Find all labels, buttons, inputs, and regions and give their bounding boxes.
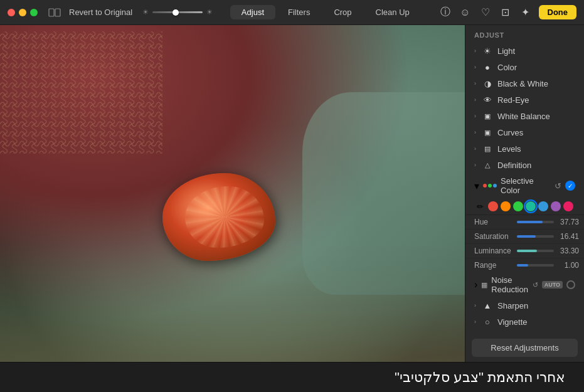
photo-background bbox=[0, 25, 465, 362]
swatch-pink[interactable] bbox=[563, 201, 573, 211]
info-icon[interactable]: ⓘ bbox=[438, 6, 452, 19]
noise-toggle[interactable] bbox=[566, 280, 575, 289]
brightness-slider[interactable]: ☀ ☀ bbox=[142, 8, 213, 16]
magic-icon[interactable]: ✦ bbox=[519, 6, 533, 19]
levels-icon: ▤ bbox=[482, 144, 492, 154]
svg-rect-2 bbox=[0, 31, 162, 154]
minimize-button[interactable] bbox=[19, 9, 26, 16]
maximize-button[interactable] bbox=[30, 9, 38, 16]
adjust-item-sharpen[interactable]: › ▲ Sharpen bbox=[465, 297, 584, 314]
window-icons bbox=[48, 7, 61, 18]
luminance-slider[interactable] bbox=[517, 246, 554, 256]
definition-icon: △ bbox=[482, 160, 492, 170]
sharpen-icon: ▲ bbox=[482, 300, 492, 310]
adjust-item-redeye[interactable]: › 👁 Red-Eye bbox=[465, 92, 584, 108]
swatch-orange[interactable] bbox=[501, 201, 511, 211]
view-toggle-icon[interactable] bbox=[48, 7, 61, 18]
chevron-down-icon: ▾ bbox=[474, 180, 479, 192]
swatch-teal[interactable] bbox=[526, 201, 536, 211]
selective-color-header[interactable]: ▾ Selective Color ↺ ✓ bbox=[465, 173, 584, 198]
main-content: ADJUST › ☀ Light › ● Color › ◑ Black & W… bbox=[0, 25, 584, 362]
panel-header: ADJUST bbox=[465, 25, 584, 43]
adjust-item-wb[interactable]: › ▣ White Balance bbox=[465, 108, 584, 124]
adjust-item-definition[interactable]: › △ Definition bbox=[465, 157, 584, 173]
adjust-item-bw[interactable]: › ◑ Black & White bbox=[465, 75, 584, 92]
chevron-right-icon: › bbox=[474, 97, 476, 103]
sc-header-left: ▾ Selective Color bbox=[474, 176, 551, 195]
caption-bar: אחרי התאמת "צבע סלקטיבי" bbox=[0, 362, 584, 392]
tab-adjust[interactable]: Adjust bbox=[230, 5, 275, 19]
caption-text: אחרי התאמת "צבע סלקטיבי" bbox=[395, 369, 565, 386]
hue-slider-row: Hue 37.73 bbox=[465, 215, 584, 230]
color-tools-row: ✏ bbox=[465, 198, 584, 215]
sc-dots-icon bbox=[483, 184, 497, 188]
sc-revert-icon-noise: ↺ bbox=[533, 281, 538, 289]
close-button[interactable] bbox=[8, 9, 15, 16]
sliders-section: Hue 37.73 Saturation bbox=[465, 215, 584, 272]
selective-color-section: ▾ Selective Color ↺ ✓ ✏ bbox=[465, 173, 584, 272]
titlebar: Revert to Original ☀ ☀ Adjust Filters Cr… bbox=[0, 0, 584, 25]
adjust-item-vignette[interactable]: › ○ Vignette bbox=[465, 314, 584, 330]
range-slider[interactable] bbox=[517, 260, 554, 270]
sc-revert-icon[interactable]: ↺ bbox=[555, 181, 561, 191]
saturation-slider-row: Saturation 16.41 bbox=[465, 230, 584, 244]
chevron-right-icon: › bbox=[474, 319, 476, 325]
color-picker-tool-icon[interactable]: ✏ bbox=[474, 201, 486, 212]
swatch-blue[interactable] bbox=[538, 201, 548, 211]
svg-rect-0 bbox=[49, 9, 54, 16]
adjust-item-light[interactable]: › ☀ Light bbox=[465, 43, 584, 59]
light-icon: ☀ bbox=[482, 46, 492, 56]
chevron-right-icon: › bbox=[474, 48, 476, 54]
nav-tabs: Adjust Filters Crop Clean Up bbox=[218, 5, 433, 19]
range-slider-row: Range 1.00 bbox=[465, 258, 584, 272]
traffic-lights bbox=[8, 9, 38, 16]
chevron-right-icon: › bbox=[474, 80, 476, 87]
chevron-right-icon: › bbox=[474, 146, 476, 152]
chevron-right-icon: › bbox=[474, 302, 476, 309]
photo-area bbox=[0, 25, 465, 362]
adjust-item-color[interactable]: › ● Color bbox=[465, 59, 584, 75]
fabric-texture bbox=[302, 92, 465, 294]
revert-button[interactable]: Revert to Original bbox=[69, 8, 132, 17]
emoji-icon[interactable]: ☺ bbox=[459, 6, 472, 19]
noise-icon: ▦ bbox=[481, 281, 487, 289]
reset-container: Reset Adjustments bbox=[465, 334, 584, 362]
svg-rect-1 bbox=[55, 9, 60, 16]
sc-enabled-toggle[interactable]: ✓ bbox=[565, 181, 575, 191]
tab-filters[interactable]: Filters bbox=[277, 5, 321, 19]
heart-icon[interactable]: ♡ bbox=[479, 6, 492, 19]
wb-icon: ▣ bbox=[482, 111, 492, 121]
redeye-icon: 👁 bbox=[482, 95, 492, 105]
luminance-slider-row: Luminance 33.30 bbox=[465, 244, 584, 258]
curves-icon: ▣ bbox=[482, 127, 492, 137]
reset-adjustments-button[interactable]: Reset Adjustments bbox=[472, 339, 578, 357]
auto-badge[interactable]: AUTO bbox=[542, 281, 563, 289]
chevron-right-icon: › bbox=[474, 279, 477, 290]
done-button[interactable]: Done bbox=[539, 5, 577, 19]
swatch-red[interactable] bbox=[488, 201, 498, 211]
chevron-right-icon: › bbox=[474, 113, 476, 119]
adjust-item-curves[interactable]: › ▣ Curves bbox=[465, 124, 584, 140]
tab-crop[interactable]: Crop bbox=[322, 5, 363, 19]
sc-header-right: ↺ ✓ bbox=[555, 181, 575, 191]
right-panel: ADJUST › ☀ Light › ● Color › ◑ Black & W… bbox=[465, 25, 584, 362]
swatch-green[interactable] bbox=[513, 201, 523, 211]
adjust-item-noise[interactable]: › ▦ Noise Reduction ↺ AUTO bbox=[465, 272, 584, 297]
tab-cleanup[interactable]: Clean Up bbox=[364, 5, 421, 19]
saturation-slider[interactable] bbox=[517, 231, 554, 241]
chevron-right-icon: › bbox=[474, 64, 476, 70]
chevron-right-icon: › bbox=[474, 162, 476, 168]
chevron-right-icon: › bbox=[474, 129, 476, 135]
bw-icon: ◑ bbox=[482, 78, 492, 88]
swatch-purple[interactable] bbox=[551, 201, 561, 211]
vignette-icon: ○ bbox=[482, 317, 492, 327]
net-texture bbox=[0, 25, 162, 160]
crop-icon[interactable]: ⊡ bbox=[499, 6, 512, 19]
adjust-item-levels[interactable]: › ▤ Levels bbox=[465, 140, 584, 157]
color-icon: ● bbox=[482, 62, 492, 72]
titlebar-right: ⓘ ☺ ♡ ⊡ ✦ Done bbox=[438, 5, 577, 19]
hue-slider[interactable] bbox=[517, 217, 554, 227]
